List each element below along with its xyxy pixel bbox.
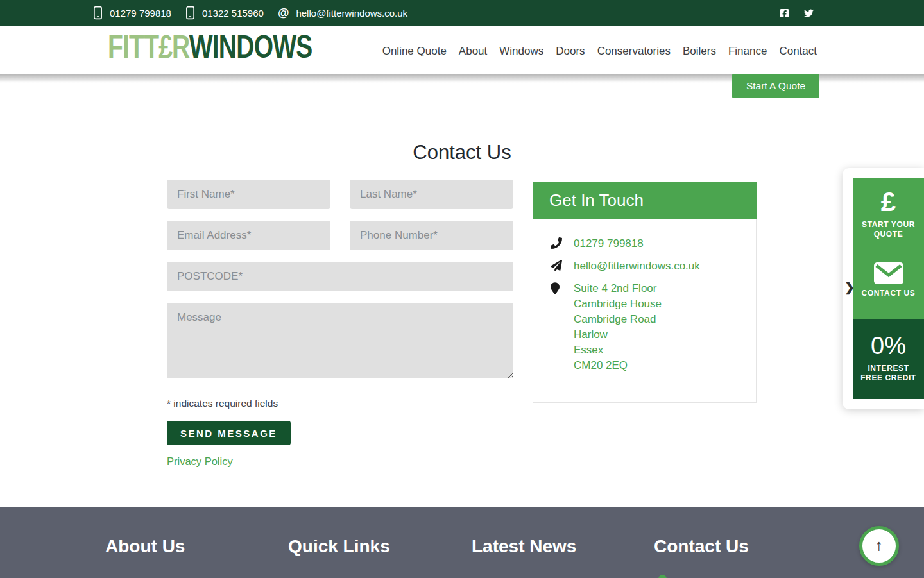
start-your-quote-label-line1: START YOUR xyxy=(853,220,924,230)
privacy-policy-link[interactable]: Privacy Policy xyxy=(167,455,233,468)
nav-contact[interactable]: Contact xyxy=(778,44,818,59)
credit-label-line1: INTEREST xyxy=(853,364,924,373)
topbar-phone-1-label: 01279 799818 xyxy=(110,8,171,19)
site-header: FITT£RWINDOWS Online Quote About Windows… xyxy=(0,26,924,74)
phone-input[interactable] xyxy=(350,221,513,250)
envelope-icon xyxy=(853,262,924,284)
start-your-quote-label-line2: QUOTE xyxy=(853,230,924,239)
start-a-quote-button[interactable]: Start A Quote xyxy=(732,74,819,98)
map-marker-icon xyxy=(658,575,667,578)
get-in-touch-email-link[interactable]: hello@fitterwindows.co.uk xyxy=(574,259,700,274)
topbar-social-group xyxy=(780,8,924,18)
facebook-icon[interactable] xyxy=(780,8,789,18)
logo-text-fitter: FITT£R xyxy=(108,29,189,65)
nav-doors[interactable]: Doors xyxy=(554,44,586,59)
contact-form: * indicates required fields SEND MESSAGE… xyxy=(167,180,513,468)
get-in-touch-card: Get In Touch 01279 799818 hello@fitterwi… xyxy=(533,182,757,403)
mobile-phone-icon xyxy=(93,6,103,20)
nav-windows[interactable]: Windows xyxy=(498,44,545,59)
address-line: Suite 4 2nd Floor xyxy=(574,281,662,296)
footer-heading-about-us: About Us xyxy=(105,536,185,557)
paper-plane-icon xyxy=(551,260,563,271)
main-nav: Online Quote About Windows Doors Conserv… xyxy=(381,44,818,59)
side-interest-free-credit-panel[interactable]: 0% INTEREST FREE CREDIT xyxy=(853,319,924,399)
get-in-touch-phone-link[interactable]: 01279 799818 xyxy=(574,236,644,251)
topbar-email[interactable]: @ hello@fitterwindows.co.uk xyxy=(278,7,407,19)
topbar-phone-2-label: 01322 515960 xyxy=(202,8,264,19)
topbar-phone-2[interactable]: 01322 515960 xyxy=(185,6,264,20)
first-name-input[interactable] xyxy=(167,180,330,209)
address-line: CM20 2EQ xyxy=(574,358,662,373)
nav-about[interactable]: About xyxy=(458,44,488,59)
message-textarea[interactable] xyxy=(167,303,513,378)
contact-us-label: CONTACT US xyxy=(853,289,924,298)
mobile-phone-icon xyxy=(185,6,195,20)
twitter-icon[interactable] xyxy=(804,8,814,18)
address-line: Harlow xyxy=(574,327,662,343)
footer-heading-contact-us: Contact Us xyxy=(654,536,749,557)
nav-online-quote[interactable]: Online Quote xyxy=(381,44,448,59)
topbar-phone-1[interactable]: 01279 799818 xyxy=(93,6,171,20)
floating-side-widget: ❯ £ START YOUR QUOTE CONTACT US 0% INTER… xyxy=(843,168,924,409)
map-marker-icon xyxy=(551,282,563,294)
site-logo[interactable]: FITT£RWINDOWS xyxy=(108,31,312,63)
footer-heading-quick-links: Quick Links xyxy=(288,536,390,557)
credit-label-line2: FREE CREDIT xyxy=(853,373,924,383)
address-line: Essex xyxy=(574,343,662,358)
nav-conservatories[interactable]: Conservatories xyxy=(596,44,672,59)
side-widget-green-panel: £ START YOUR QUOTE CONTACT US xyxy=(853,178,924,319)
scroll-to-top-button[interactable]: ↑ xyxy=(859,526,899,566)
last-name-input[interactable] xyxy=(350,180,513,209)
phone-icon xyxy=(551,237,563,249)
zero-percent-value: 0% xyxy=(853,334,924,358)
page-title: Contact Us xyxy=(0,141,924,164)
pound-sterling-icon: £ xyxy=(853,189,924,216)
side-start-your-quote-button[interactable]: £ START YOUR QUOTE xyxy=(853,178,924,239)
nav-boilers[interactable]: Boilers xyxy=(681,44,717,59)
footer-heading-latest-news: Latest News xyxy=(472,536,576,557)
postcode-input[interactable] xyxy=(167,262,513,291)
required-fields-note: * indicates required fields xyxy=(167,398,513,409)
send-message-button[interactable]: SEND MESSAGE xyxy=(167,421,291,445)
topbar-email-label: hello@fitterwindows.co.uk xyxy=(296,8,407,19)
nav-finance[interactable]: Finance xyxy=(727,44,768,59)
at-icon: @ xyxy=(278,7,289,19)
get-in-touch-title: Get In Touch xyxy=(533,182,757,219)
get-in-touch-body: 01279 799818 hello@fitterwindows.co.uk S… xyxy=(533,219,757,403)
address-line: Cambridge House xyxy=(574,296,662,312)
topbar-contact-group: 01279 799818 01322 515960 @ hello@fitter… xyxy=(0,6,407,20)
top-bar: 01279 799818 01322 515960 @ hello@fitter… xyxy=(0,0,924,26)
logo-text-windows: WINDOWS xyxy=(189,29,312,65)
side-contact-us-button[interactable]: CONTACT US xyxy=(853,262,924,298)
email-input[interactable] xyxy=(167,221,330,250)
address-line: Cambridge Road xyxy=(574,312,662,327)
get-in-touch-address-link[interactable]: Suite 4 2nd Floor Cambridge House Cambri… xyxy=(574,281,662,373)
site-footer: About Us Quick Links Latest News Contact… xyxy=(0,507,924,578)
